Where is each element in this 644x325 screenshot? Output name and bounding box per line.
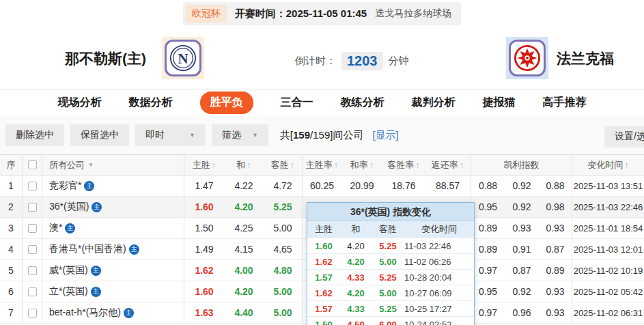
keep-selected-button[interactable]: 保留选中 <box>70 124 129 146</box>
odds-change-popup: 36*(英国) 指数变化 主胜 和 客胜 变化时间 1.604.205.2511… <box>307 202 475 325</box>
popup-col-away: 客胜 <box>372 223 404 236</box>
company-label: 威*(英国) <box>49 264 88 277</box>
col-change-time[interactable]: 变化时间↑ <box>572 159 644 171</box>
row-index: 4 <box>0 239 23 259</box>
table-row: 1竞彩官*主1.474.224.7260.2520.9918.7688.570.… <box>0 175 644 197</box>
row-index: 2 <box>0 197 23 217</box>
col-return-rate[interactable]: 返还率↑ <box>425 155 471 175</box>
col-home-odds[interactable]: 主胜↑ <box>184 159 224 171</box>
row-checkbox[interactable] <box>28 266 37 275</box>
tab-live-analysis[interactable]: 现场分析 <box>58 96 102 110</box>
company-name[interactable]: 竞彩官*主 <box>42 175 184 196</box>
company-label: 立*(英国) <box>49 285 88 298</box>
company-name[interactable]: 澳*主 <box>42 218 184 238</box>
col-kelly-index: 凯利指数 <box>471 155 572 175</box>
popup-col-draw: 和 <box>340 223 372 236</box>
tab-three-in-one[interactable]: 三合一 <box>281 96 313 110</box>
company-name[interactable]: 香港马*(中国香港)主 <box>42 239 184 259</box>
home-odds: 1.49 <box>184 244 224 255</box>
frankfurt-logo-icon <box>509 40 546 76</box>
company-name[interactable]: 威*(英国)主 <box>42 260 184 281</box>
popup-change-time: 10-27 06:09 <box>404 288 474 298</box>
countdown-label: 倒计时： <box>295 55 336 68</box>
kelly-draw: 0.92 <box>505 180 539 191</box>
row-checkbox-cell <box>23 197 42 217</box>
popup-col-time: 变化时间 <box>404 223 474 236</box>
kelly-home: 0.89 <box>471 244 505 255</box>
away-odds: 5.00 <box>264 281 303 302</box>
popup-row: 1.604.205.2511-03 22:46 <box>307 238 474 253</box>
away-team-name: 法兰克福 <box>557 49 614 68</box>
change-time: 2025-11-02 06:31 <box>572 308 644 318</box>
sort-up-icon: ↑ <box>460 160 464 170</box>
row-checkbox[interactable] <box>28 203 37 212</box>
draw-odds: 4.00 <box>224 265 264 276</box>
row-checkbox-cell <box>23 302 42 323</box>
change-time: 2025-11-02 10:19 <box>572 266 644 276</box>
popup-body: 1.604.205.2511-03 22:461.624.205.0011-02… <box>307 238 474 325</box>
row-checkbox[interactable] <box>28 245 37 254</box>
filter-dropdown[interactable]: 筛选▼ <box>212 124 268 146</box>
popup-header: 主胜 和 客胜 变化时间 <box>307 221 474 238</box>
col-company[interactable]: 所有公司▼ <box>42 155 184 175</box>
row-index: 3 <box>0 218 23 238</box>
show-link[interactable]: [显示] <box>372 129 398 142</box>
popup-draw-odds: 4.20 <box>340 257 372 267</box>
kelly-draw: 0.91 <box>505 244 539 255</box>
kelly-away: 0.87 <box>539 239 572 259</box>
popup-row: 1.574.335.2510-25 17:27 <box>307 300 474 316</box>
kelly-draw: 0.92 <box>505 201 539 212</box>
draw-odds: 4.25 <box>224 223 264 234</box>
popup-home-odds: 1.57 <box>307 272 340 283</box>
away-odds: 5.00 <box>264 218 303 238</box>
col-home-rate[interactable]: 主胜率↑ <box>303 159 341 171</box>
tab-coach-analysis[interactable]: 教练分析 <box>341 96 384 110</box>
tab-referee-analysis[interactable]: 裁判分析 <box>412 96 456 110</box>
tab-expert-picks[interactable]: 高手推荐 <box>543 96 587 110</box>
tab-data-analysis[interactable]: 数据分析 <box>129 96 173 110</box>
away-odds: 4.65 <box>264 239 303 259</box>
company-name[interactable]: 立*(英国)主 <box>42 281 184 302</box>
kelly-draw: 0.93 <box>505 223 539 234</box>
sort-up-icon: ↑ <box>415 160 420 170</box>
kelly-home: 0.89 <box>471 223 505 234</box>
kelly-away: 0.93 <box>539 218 572 238</box>
popup-away-odds: 5.00 <box>372 288 404 298</box>
away-rate: 18.76 <box>382 180 425 191</box>
company-name[interactable]: bet-at-h*(马尔他)主 <box>42 302 184 323</box>
main-market-badge-icon: 主 <box>129 244 139 255</box>
away-team-logo <box>506 37 548 79</box>
home-odds: 1.60 <box>184 286 224 297</box>
delete-selected-button[interactable]: 删除选中 <box>5 124 64 146</box>
kelly-home: 0.95 <box>471 286 505 297</box>
draw-odds: 4.20 <box>224 201 264 212</box>
home-odds: 1.62 <box>184 265 224 276</box>
instant-dropdown[interactable]: 即时▼ <box>135 124 206 146</box>
toolbar: 删除选中 保留选中 即时▼ 筛选▼ 共[159/159]间公司 [显示] 设置/… <box>0 116 644 154</box>
change-time: 2025-11-02 05:42 <box>572 287 644 297</box>
col-away-odds[interactable]: 客胜↑ <box>264 155 303 175</box>
row-checkbox[interactable] <box>28 287 37 296</box>
main-market-badge-icon: 主 <box>92 202 102 212</box>
main-market-badge-icon: 主 <box>91 287 101 297</box>
sort-up-icon: ↑ <box>334 160 339 170</box>
company-label: 竞彩官* <box>49 180 81 192</box>
col-draw-rate[interactable]: 和率↑ <box>341 159 382 171</box>
company-label: bet-at-h*(马尔他) <box>49 307 121 319</box>
row-checkbox[interactable] <box>28 224 37 233</box>
chevron-down-icon: ▼ <box>252 132 258 139</box>
tab-win-draw-lose[interactable]: 胜平负 <box>200 91 253 114</box>
popup-away-odds: 5.25 <box>372 241 404 251</box>
col-draw-odds[interactable]: 和↑ <box>224 159 264 171</box>
settings-select-button[interactable]: 设置/选择 <box>604 126 644 147</box>
tab-jiebao-cat[interactable]: 捷报猫 <box>483 96 516 110</box>
main-market-badge-icon: 主 <box>91 266 101 276</box>
row-checkbox[interactable] <box>28 309 37 317</box>
popup-row: 1.624.205.0011-02 06:26 <box>307 253 474 269</box>
row-checkbox[interactable] <box>28 182 37 190</box>
col-away-rate[interactable]: 客胜率↑ <box>382 159 425 171</box>
company-name[interactable]: 36*(英国)主 <box>42 197 184 217</box>
chevron-down-icon: ▼ <box>189 132 195 139</box>
popup-change-time: 10-25 17:27 <box>404 304 474 314</box>
select-all-checkbox[interactable] <box>28 160 37 169</box>
